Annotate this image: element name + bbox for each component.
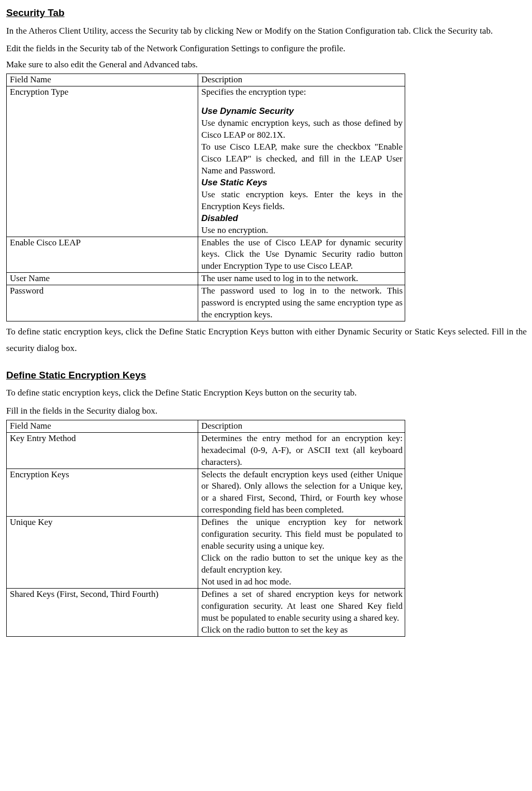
table-row: Password The password used to log in to … bbox=[7, 285, 405, 321]
field-name-cell: Unique Key bbox=[7, 517, 198, 589]
desc-text: Specifies the encryption type: bbox=[201, 87, 306, 97]
subheading: Use Dynamic Security bbox=[201, 106, 294, 116]
desc-text: Defines the unique encryption key for ne… bbox=[201, 517, 403, 552]
field-name-cell: User Name bbox=[7, 273, 198, 285]
desc-text: Use dynamic encryption keys, such as tho… bbox=[201, 118, 403, 141]
table-row: Encryption Keys Selects the default encr… bbox=[7, 468, 405, 517]
intro-paragraph: Fill in the fields in the Security dialo… bbox=[6, 404, 527, 418]
outro-paragraph: To define static encryption keys, click … bbox=[6, 324, 527, 357]
field-name-cell: Password bbox=[7, 285, 198, 321]
table-row: Enable Cisco LEAP Enables the use of Cis… bbox=[7, 237, 405, 273]
desc-text: Defines a set of shared encryption keys … bbox=[201, 589, 403, 624]
table-row: User Name The user name used to log in t… bbox=[7, 273, 405, 285]
description-cell: Defines a set of shared encryption keys … bbox=[198, 588, 405, 636]
intro-paragraph: Edit the fields in the Security tab of t… bbox=[6, 41, 527, 55]
desc-text: To use Cisco LEAP, make sure the checkbo… bbox=[201, 141, 403, 177]
table-row: Encryption Type Specifies the encryption… bbox=[7, 86, 405, 237]
subheading: Use Static Keys bbox=[201, 178, 268, 187]
header-field-name: Field Name bbox=[7, 420, 198, 432]
description-cell: Specifies the encryption type: Use Dynam… bbox=[198, 86, 405, 237]
description-cell: Defines the unique encryption key for ne… bbox=[198, 517, 405, 589]
intro-paragraph: Make sure to also edit the General and A… bbox=[6, 57, 527, 71]
description-cell: The user name used to log in to the netw… bbox=[198, 273, 405, 285]
table-row: Unique Key Defines the unique encryption… bbox=[7, 517, 405, 589]
heading-define-static-keys: Define Static Encryption Keys bbox=[6, 369, 527, 382]
heading-security-tab: Security Tab bbox=[6, 6, 527, 20]
table-header-row: Field Name Description bbox=[7, 420, 405, 432]
table-row: Key Entry Method Determines the entry me… bbox=[7, 432, 405, 468]
desc-text: Click on the radio button to set the key… bbox=[201, 624, 403, 636]
header-description: Description bbox=[198, 420, 405, 432]
desc-text: Use static encryption keys. Enter the ke… bbox=[201, 189, 403, 213]
header-field-name: Field Name bbox=[7, 74, 198, 86]
header-description: Description bbox=[198, 74, 405, 86]
field-name-cell: Key Entry Method bbox=[7, 432, 198, 468]
static-keys-fields-table: Field Name Description Key Entry Method … bbox=[6, 420, 405, 637]
subheading: Disabled bbox=[201, 213, 238, 223]
field-name-cell: Encryption Keys bbox=[7, 468, 198, 517]
description-cell: The password used to log in to the netwo… bbox=[198, 285, 405, 321]
field-name-cell: Enable Cisco LEAP bbox=[7, 237, 198, 273]
intro-paragraph: To define static encryption keys, click … bbox=[6, 385, 527, 401]
field-name-cell: Shared Keys (First, Second, Third Fourth… bbox=[7, 588, 198, 636]
desc-text: Not used in ad hoc mode. bbox=[201, 576, 403, 588]
desc-text: Click on the radio button to set the uni… bbox=[201, 552, 403, 576]
table-row: Shared Keys (First, Second, Third Fourth… bbox=[7, 588, 405, 636]
description-cell: Selects the default encryption keys used… bbox=[198, 468, 405, 517]
table-header-row: Field Name Description bbox=[7, 74, 405, 86]
description-cell: Determines the entry method for an encry… bbox=[198, 432, 405, 468]
field-name-cell: Encryption Type bbox=[7, 86, 198, 237]
security-fields-table: Field Name Description Encryption Type S… bbox=[6, 74, 405, 321]
intro-paragraph: In the Atheros Client Utility, access th… bbox=[6, 23, 527, 39]
desc-text: Use no encryption. bbox=[201, 225, 403, 237]
description-cell: Enables the use of Cisco LEAP for dynami… bbox=[198, 237, 405, 273]
